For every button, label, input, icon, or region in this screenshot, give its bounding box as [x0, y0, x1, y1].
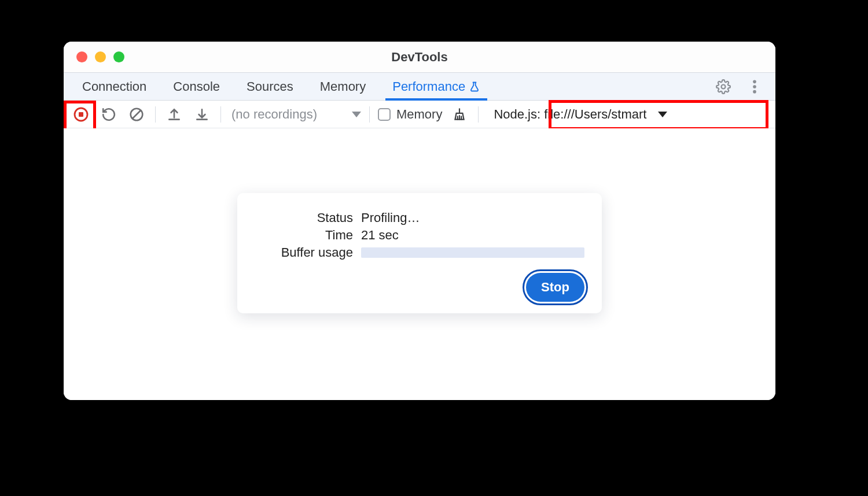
time-value: 21 sec [361, 228, 399, 243]
time-label: Time [255, 228, 353, 243]
divider [478, 106, 479, 123]
recordings-dropdown[interactable]: (no recordings) [229, 107, 361, 122]
tab-sources[interactable]: Sources [238, 73, 301, 100]
settings-button[interactable] [713, 76, 734, 97]
broom-icon [452, 107, 467, 122]
status-value: Profiling… [361, 210, 420, 225]
tab-connection[interactable]: Connection [74, 73, 155, 100]
tab-memory[interactable]: Memory [312, 73, 374, 100]
clear-button[interactable] [126, 104, 147, 125]
performance-toolbar: (no recordings) Memory Node.js: file:///… [64, 101, 775, 128]
memory-toggle-group: Memory [378, 107, 442, 122]
experiment-icon [469, 81, 480, 92]
tab-label: Performance [392, 79, 465, 94]
clear-icon [129, 107, 144, 122]
chevron-down-icon [352, 112, 361, 117]
memory-checkbox[interactable] [378, 108, 391, 121]
tab-label: Sources [247, 79, 293, 94]
window-title: DevTools [391, 50, 447, 65]
titlebar: DevTools [64, 42, 775, 73]
annotation-highlight-target [549, 100, 768, 130]
buffer-label: Buffer usage [255, 245, 353, 260]
reload-icon [101, 107, 116, 122]
more-button[interactable] [744, 76, 765, 97]
performance-content: Status Profiling… Time 21 sec Buffer usa… [64, 128, 775, 400]
status-label: Status [255, 210, 353, 225]
divider [220, 106, 221, 123]
svg-line-7 [133, 110, 141, 118]
buffer-row: Buffer usage [255, 245, 584, 260]
main-tabs: Connection Console Sources Memory Perfor… [64, 73, 775, 101]
svg-point-3 [753, 90, 756, 93]
reload-button[interactable] [98, 104, 119, 125]
time-row: Time 21 sec [255, 228, 584, 243]
buffer-usage-bar [361, 247, 584, 258]
divider [155, 106, 156, 123]
status-row: Status Profiling… [255, 210, 584, 225]
upload-button[interactable] [164, 104, 185, 125]
window-controls [64, 51, 124, 62]
maximize-window-button[interactable] [113, 51, 124, 62]
upload-icon [167, 107, 182, 122]
close-window-button[interactable] [76, 51, 87, 62]
tab-label: Connection [82, 79, 146, 94]
svg-point-0 [722, 84, 726, 88]
divider [369, 106, 370, 123]
stop-button-label: Stop [541, 280, 569, 294]
svg-point-1 [753, 80, 756, 83]
download-icon [194, 107, 209, 122]
kebab-icon [752, 79, 757, 94]
tab-console[interactable]: Console [165, 73, 228, 100]
profiling-panel: Status Profiling… Time 21 sec Buffer usa… [237, 193, 602, 313]
annotation-highlight-record [64, 101, 96, 132]
svg-point-2 [753, 85, 756, 88]
stop-button[interactable]: Stop [526, 273, 584, 302]
download-button[interactable] [192, 104, 212, 125]
tab-label: Console [173, 79, 220, 94]
gear-icon [716, 79, 731, 94]
recordings-label: (no recordings) [231, 107, 317, 122]
tab-label: Memory [320, 79, 366, 94]
tab-performance[interactable]: Performance [384, 73, 488, 100]
devtools-window: DevTools Connection Console Sources Memo… [64, 42, 775, 400]
garbage-collect-button[interactable] [449, 104, 470, 125]
minimize-window-button[interactable] [95, 51, 106, 62]
memory-label: Memory [396, 107, 442, 122]
